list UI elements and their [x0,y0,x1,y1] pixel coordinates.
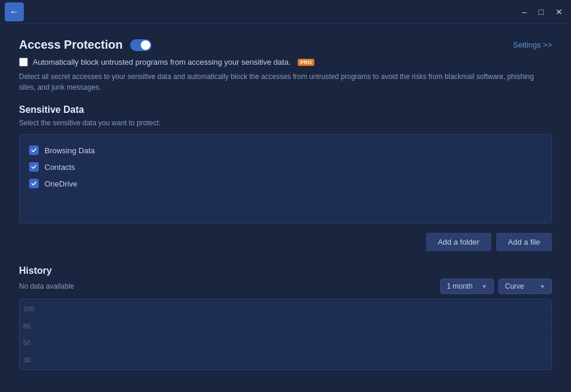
chart-label-30: 30 [23,356,34,363]
period-dropdown-arrow: ▼ [481,283,487,290]
list-item: Contacts [29,159,542,175]
chart-area: 100 80 50 30 [19,299,552,370]
close-button[interactable]: ✕ [552,5,566,19]
main-content: Access Protection Settings >> Automatica… [0,24,571,392]
history-header: No data available 1 month ▼ Curve ▼ [19,279,552,294]
contacts-label: Contacts [45,163,75,172]
window-controls: – □ ✕ [519,5,566,19]
access-protection-title: Access Protection [19,38,123,52]
settings-link[interactable]: Settings >> [513,40,552,49]
add-buttons-row: Add a folder Add a file [19,233,552,251]
access-protection-header: Access Protection Settings >> [19,38,552,52]
chart-grid [43,305,545,363]
minimize-button[interactable]: – [519,5,531,19]
grid-line-30 [43,352,545,352]
period-dropdown[interactable]: 1 month ▼ [440,279,494,294]
history-title: History [19,265,552,276]
add-file-button[interactable]: Add a file [496,233,552,251]
auto-block-label: Automatically block untrusted programs f… [33,58,291,67]
grid-line-100 [43,305,545,306]
title-bar-left: ← [5,2,24,21]
contacts-checkbox[interactable] [29,162,39,172]
back-button[interactable]: ← [5,2,24,21]
browsing-data-label: Browsing Data [45,146,95,155]
history-controls: 1 month ▼ Curve ▼ [440,279,552,294]
chart-label-50: 50 [23,339,34,346]
pro-badge: PRO [298,59,314,66]
sensitive-data-title: Sensitive Data [19,105,552,115]
auto-block-row: Automatically block untrusted programs f… [19,58,552,67]
chart-type-dropdown[interactable]: Curve ▼ [499,279,552,294]
chart-dropdown-arrow: ▼ [540,283,545,290]
auto-block-checkbox[interactable] [19,58,28,67]
access-protection-description: Detect all secret accesses to your sensi… [19,71,552,93]
add-folder-button[interactable]: Add a folder [426,233,491,251]
chart-labels: 100 80 50 30 [23,305,34,363]
onedrive-checkbox[interactable] [29,179,39,188]
sensitive-data-subtitle: Select the sensitive data you want to pr… [19,119,552,127]
section-title-row: Access Protection [19,38,152,52]
chart-label-100: 100 [23,305,34,312]
browsing-data-checkbox[interactable] [29,146,39,155]
no-data-label: No data available [19,282,74,290]
list-item: Browsing Data [29,142,542,159]
sensitive-data-list: Browsing Data Contacts OneDrive [19,134,552,223]
onedrive-label: OneDrive [45,179,77,188]
list-item: OneDrive [29,175,542,192]
chart-label-80: 80 [23,323,34,330]
maximize-button[interactable]: □ [535,5,547,19]
title-bar: ← – □ ✕ [0,0,571,24]
access-protection-toggle[interactable] [130,39,152,51]
grid-line-80 [43,321,545,322]
period-selected: 1 month [447,282,472,290]
back-icon: ← [10,7,19,17]
grid-line-50 [43,339,545,339]
chart-type-selected: Curve [505,282,524,290]
